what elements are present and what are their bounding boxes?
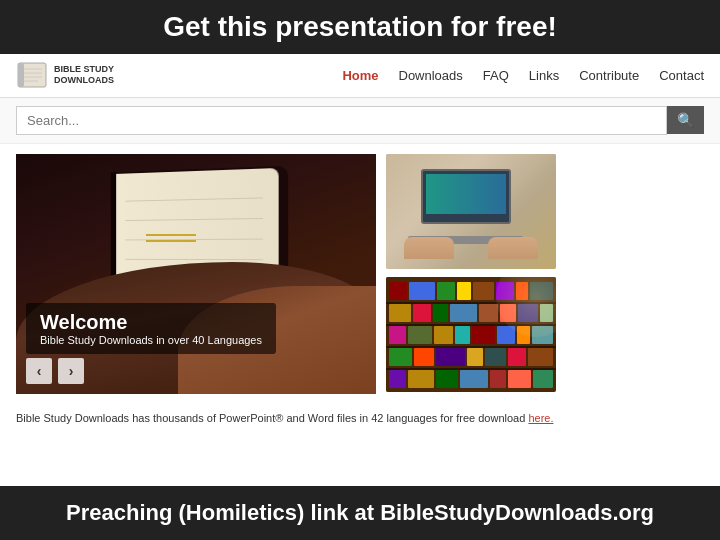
nav-links: Home Downloads FAQ Links Contribute Cont… <box>342 68 704 83</box>
description-text: Bible Study Downloads has thousands of P… <box>0 404 720 429</box>
slider-controls: ‹ › <box>26 358 84 384</box>
nav-item-faq[interactable]: FAQ <box>483 68 509 83</box>
nav-link-contribute[interactable]: Contribute <box>579 68 639 83</box>
search-button[interactable]: 🔍 <box>667 106 704 134</box>
logo-area: BIBLE STUDY DOWNLOADS <box>16 59 114 91</box>
side-image-library <box>386 277 556 392</box>
svg-rect-1 <box>18 63 24 87</box>
hero-slider: Welcome Bible Study Downloads in over 40… <box>16 154 376 394</box>
nav-item-downloads[interactable]: Downloads <box>399 68 463 83</box>
welcome-subtitle: Bible Study Downloads in over 40 Languag… <box>40 334 262 346</box>
top-banner: Get this presentation for free! <box>0 0 720 54</box>
laptop-visual <box>386 154 556 269</box>
bottom-banner: Preaching (Homiletics) link at BibleStud… <box>0 486 720 540</box>
nav-item-contribute[interactable]: Contribute <box>579 68 639 83</box>
search-input[interactable] <box>16 106 667 135</box>
nav-link-downloads[interactable]: Downloads <box>399 68 463 83</box>
library-visual <box>386 277 556 392</box>
logo-icon <box>16 59 48 91</box>
bottom-banner-text: Preaching (Homiletics) link at BibleStud… <box>66 500 654 525</box>
description-link[interactable]: here. <box>528 412 553 424</box>
nav-item-links[interactable]: Links <box>529 68 559 83</box>
nav-link-faq[interactable]: FAQ <box>483 68 509 83</box>
search-area: 🔍 <box>0 98 720 144</box>
nav-link-contact[interactable]: Contact <box>659 68 704 83</box>
welcome-overlay: Welcome Bible Study Downloads in over 40… <box>26 303 276 354</box>
nav-item-home[interactable]: Home <box>342 68 378 83</box>
nav-item-contact[interactable]: Contact <box>659 68 704 83</box>
side-images <box>386 154 556 394</box>
side-image-laptop <box>386 154 556 269</box>
nav-link-home[interactable]: Home <box>342 68 378 83</box>
slider-next-button[interactable]: › <box>58 358 84 384</box>
main-content: Welcome Bible Study Downloads in over 40… <box>0 144 720 404</box>
logo-text: BIBLE STUDY DOWNLOADS <box>54 64 114 86</box>
nav-link-links[interactable]: Links <box>529 68 559 83</box>
navbar: BIBLE STUDY DOWNLOADS Home Downloads FAQ… <box>0 54 720 98</box>
welcome-title: Welcome <box>40 311 262 334</box>
description-main: Bible Study Downloads has thousands of P… <box>16 412 528 424</box>
slider-prev-button[interactable]: ‹ <box>26 358 52 384</box>
top-banner-text: Get this presentation for free! <box>163 11 557 42</box>
